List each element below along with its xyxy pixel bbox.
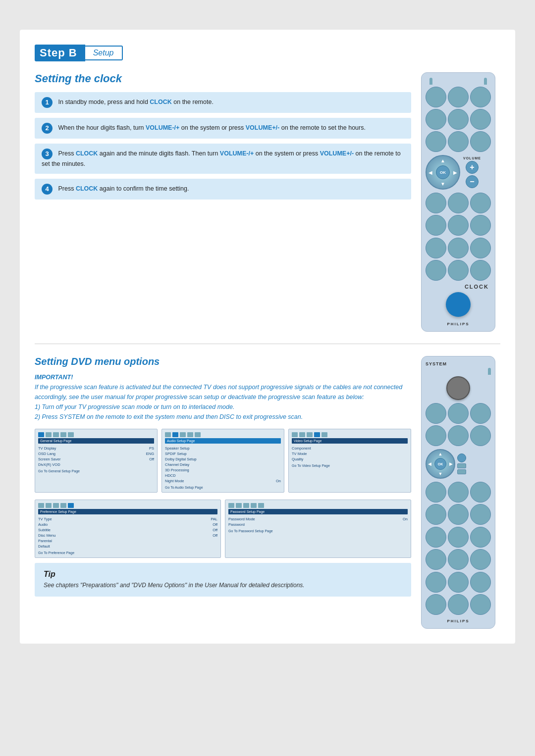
remote-btn[interactable] (426, 403, 446, 424)
remote-btn[interactable] (448, 549, 469, 570)
remote-btn[interactable] (426, 572, 446, 593)
remote-btn[interactable] (448, 572, 469, 593)
menu-icon (228, 503, 234, 508)
remote-btn[interactable] (448, 527, 469, 548)
remote-btn[interactable] (470, 403, 491, 424)
remote-btn[interactable] (426, 193, 446, 213)
remote-btn[interactable] (448, 504, 469, 525)
remote-btn[interactable] (448, 594, 469, 615)
menu-panel-icons (38, 432, 154, 437)
menu-icon (195, 432, 201, 437)
step-3-bold1: CLOCK (76, 150, 98, 157)
remote-btn[interactable] (448, 87, 469, 107)
setup-label: Setup (85, 46, 123, 60)
remote2-side-btns (457, 454, 466, 474)
tip-box: Tip See chapters "Preparations" and "DVD… (35, 563, 411, 597)
remote-btn[interactable] (470, 109, 491, 130)
step-3-bold2: VOLUME-/+ (220, 150, 254, 157)
remote-btn[interactable] (470, 482, 491, 503)
remote2-side-btn[interactable] (457, 454, 466, 462)
remote2-side-btn2[interactable] (457, 463, 466, 468)
system-circle[interactable] (446, 376, 470, 400)
remote-btn[interactable] (448, 482, 469, 503)
remote2-ok-button[interactable]: OK (434, 458, 446, 470)
remote-btn[interactable] (426, 131, 446, 152)
menu-row: SubtitleOff (38, 527, 217, 533)
remote-btn[interactable] (470, 594, 491, 615)
dvd-section-row: Setting DVD menu options IMPORTANT! If t… (35, 356, 500, 629)
remote-btn[interactable] (426, 527, 446, 548)
remote-btn[interactable] (448, 403, 469, 424)
antenna-right (484, 78, 487, 85)
menu-panel-header-video: Video Setup Page (292, 438, 408, 444)
remote-btn[interactable] (426, 482, 446, 503)
remote-btn[interactable] (426, 215, 446, 236)
remote-btn[interactable] (470, 504, 491, 525)
dvd-step-2: 2) Press SYSTEM on the remote to exit th… (35, 413, 303, 420)
menu-screenshots-row1: General Setup Page TV DisplayPS OSD Lang… (35, 429, 411, 493)
remote-btn[interactable] (448, 425, 469, 446)
volume-minus-button[interactable]: − (466, 175, 479, 188)
remote-btn[interactable] (426, 549, 446, 570)
clock-title: Setting the clock (35, 72, 411, 85)
step-1-num: 1 (42, 97, 53, 108)
remote-btn[interactable] (426, 425, 446, 446)
menu-icon (243, 503, 249, 508)
menu-icon (38, 432, 44, 437)
step-4-text: Press CLOCK again to confirm the time se… (58, 185, 189, 192)
remote-btn[interactable] (426, 87, 446, 107)
remote-1-wrap: OK ▲ ▼ ◀ ▶ VOLUME + − (421, 72, 500, 332)
menu-icon (53, 503, 59, 508)
menu-icon (38, 503, 44, 508)
main-card: Step B Setup Setting the clock 1 In stan… (20, 30, 515, 644)
antenna-left (429, 78, 432, 85)
remote-btn[interactable] (470, 527, 491, 548)
tip-title: Tip (44, 570, 402, 579)
menu-panel-link-audio: Go To Audio Setup Page (165, 486, 281, 489)
step-3: 3 Press CLOCK again and the minute digit… (35, 144, 411, 174)
nav-left-icon: ◀ (428, 170, 432, 175)
important-text: If the progressive scan feature is activ… (35, 384, 402, 401)
remote-btn[interactable] (448, 193, 469, 213)
remote2-side-btn3[interactable] (457, 469, 466, 474)
remote-btn[interactable] (426, 504, 446, 525)
remote-btn[interactable] (426, 238, 446, 258)
remote-btn[interactable] (470, 238, 491, 258)
remote-btn[interactable] (448, 131, 469, 152)
philips-label-1: PHILIPS (426, 322, 491, 326)
menu-panel-video: Video Setup Page Component TV Mode Quali… (288, 429, 411, 493)
remote-btn[interactable] (470, 87, 491, 107)
menu-icon (236, 503, 242, 508)
remote-btn[interactable] (470, 572, 491, 593)
menu-panel-header-pref: Preference Setup Page (38, 509, 217, 514)
remote-btn[interactable] (448, 215, 469, 236)
menu-icon (68, 503, 74, 508)
remote-btn[interactable] (426, 594, 446, 615)
menu-row: TV DisplayPS (38, 446, 154, 451)
step-3-num: 3 (42, 149, 53, 159)
menu-panel-password: Password Setup Page Password ModeOn Pass… (225, 500, 411, 558)
important-label: IMPORTANT! (35, 374, 73, 381)
remote-btn[interactable] (470, 131, 491, 152)
remote-btn[interactable] (470, 193, 491, 213)
menu-row: 3D Processing (165, 467, 281, 473)
remote-btn[interactable] (470, 425, 491, 446)
remote-btn[interactable] (448, 260, 469, 281)
remote-btn[interactable] (426, 109, 446, 130)
remote-btn[interactable] (448, 238, 469, 258)
volume-plus-button[interactable]: + (466, 161, 479, 174)
menu-panel-link-video: Go To Video Setup Page (292, 464, 408, 467)
important-block: IMPORTANT! If the progressive scan featu… (35, 372, 411, 422)
remote-btn[interactable] (470, 549, 491, 570)
remote-btn[interactable] (426, 260, 446, 281)
remote-btn[interactable] (448, 109, 469, 130)
remote2-grid-1 (426, 403, 491, 446)
remote2-nav-up: ▲ (438, 452, 443, 456)
remote-btn[interactable] (470, 215, 491, 236)
remote-btn[interactable] (470, 260, 491, 281)
menu-icon (68, 432, 74, 437)
clock-button[interactable] (446, 292, 471, 317)
menu-panel-header-general: General Setup Page (38, 438, 154, 444)
menu-icon (165, 432, 171, 437)
ok-button[interactable]: OK (436, 165, 450, 179)
